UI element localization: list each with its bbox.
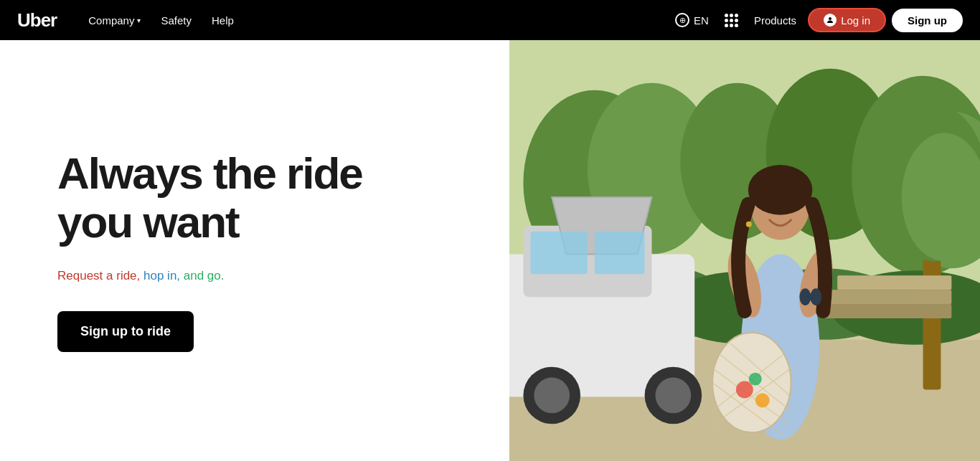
hero-subtext: Request a ride, hop in, and go.: [57, 267, 452, 285]
subtext-part1: Request a ride,: [57, 269, 140, 282]
navbar: Uber Company ▾ Safety Help ⊕ EN: [0, 0, 980, 40]
nav-help[interactable]: Help: [203, 9, 242, 32]
hero-left: Always the ride you want Request a ride,…: [0, 40, 509, 461]
svg-point-0: [829, 17, 831, 20]
subtext-part3: and go.: [180, 269, 224, 282]
grid-dot: [725, 24, 728, 27]
grid-dot: [730, 24, 733, 27]
svg-rect-19: [831, 290, 952, 304]
svg-rect-24: [595, 232, 645, 275]
grid-dot: [725, 14, 728, 17]
svg-point-41: [736, 381, 753, 399]
grid-icon[interactable]: [720, 9, 743, 32]
chevron-down-icon: ▾: [137, 16, 141, 24]
hero-image: [509, 40, 980, 461]
hero-right: [509, 40, 980, 461]
user-icon: [824, 14, 837, 27]
svg-point-44: [800, 288, 811, 305]
grid-dot: [735, 14, 738, 17]
grid-dot: [735, 19, 738, 22]
svg-rect-23: [531, 232, 588, 275]
grid-dot: [730, 14, 733, 17]
svg-rect-15: [923, 247, 941, 390]
svg-point-28: [656, 378, 692, 414]
svg-point-42: [755, 393, 770, 407]
hero-headline: Always the ride you want: [57, 149, 452, 247]
grid-dot: [735, 24, 738, 27]
language-button[interactable]: ⊕ EN: [669, 9, 715, 32]
navbar-links: Company ▾ Safety Help: [80, 9, 669, 32]
svg-point-33: [748, 165, 813, 215]
signup-button[interactable]: Sign up: [892, 9, 963, 32]
hero-cta-button[interactable]: Sign up to ride: [57, 311, 194, 352]
nav-company[interactable]: Company ▾: [80, 9, 149, 32]
grid-dot: [725, 19, 728, 22]
navbar-right: ⊕ EN Products Log in Sign up: [669, 8, 963, 32]
hero-section: Always the ride you want Request a ride,…: [0, 40, 980, 461]
nav-safety[interactable]: Safety: [152, 9, 200, 32]
globe-icon: ⊕: [675, 13, 689, 27]
svg-rect-18: [837, 275, 951, 290]
uber-logo[interactable]: Uber: [17, 9, 57, 32]
subtext-part2: hop in,: [140, 269, 180, 282]
svg-rect-20: [824, 304, 952, 318]
svg-point-43: [749, 373, 762, 386]
login-button[interactable]: Log in: [808, 8, 886, 32]
svg-point-26: [534, 378, 570, 414]
products-button[interactable]: Products: [748, 10, 802, 31]
grid-dot: [730, 19, 733, 22]
svg-point-47: [746, 222, 752, 227]
